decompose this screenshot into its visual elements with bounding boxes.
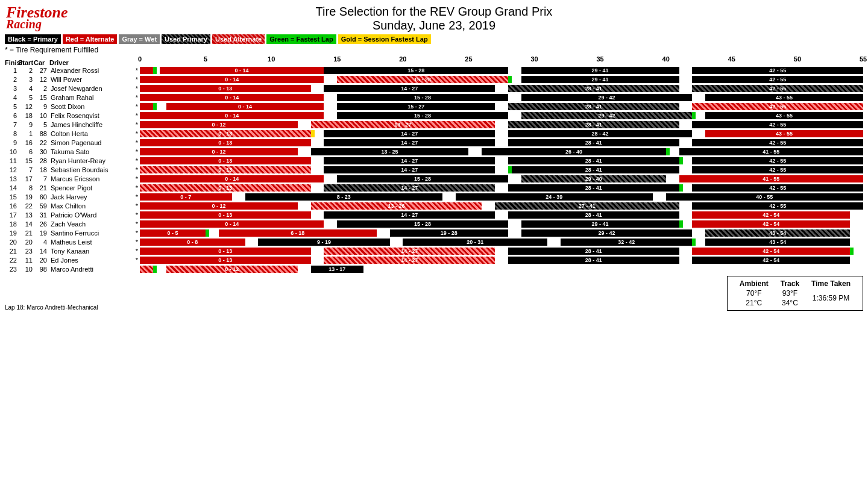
bars-area: 0 - 1314 - 2728 - 4142 - 55	[140, 85, 863, 92]
lap-note: Lap 18: Marco Andretti-Mechanical	[5, 304, 98, 311]
col-finish: 9	[5, 139, 18, 146]
bar-segment: 28 - 41	[508, 184, 679, 192]
col-driver: Tony Kanaan	[49, 248, 134, 255]
col-ast: *	[134, 248, 140, 255]
table-row: 181426Zach Veach*0 - 1415 - 2829 - 4142 …	[5, 220, 863, 228]
bars-area: 0 - 78 - 2324 - 3940 - 55	[140, 193, 863, 201]
bar-segment: 15 - 27	[337, 103, 495, 110]
bar-segment: 0 - 12	[140, 202, 298, 210]
bar-segment: 20 - 31	[403, 238, 547, 246]
col-driver: Takuma Sato	[49, 148, 134, 155]
bars-area: 0 - 1314 - 2728 - 4142 - 55	[140, 184, 863, 192]
bar-segment: 0 - 14	[140, 94, 324, 101]
col-finish: 21	[5, 248, 18, 255]
bar-segment: 42 - 55	[692, 166, 863, 173]
col-finish: 20	[5, 238, 18, 246]
bar-segment: 29 - 41	[521, 220, 679, 228]
col-ast: *	[134, 121, 140, 128]
col-ast: *	[134, 94, 140, 101]
bars-area: 0 - 1314 - 2728 - 4142 - 54	[140, 248, 863, 255]
bar-segment: 42 - 54	[692, 220, 850, 228]
bar-segment: 15 - 28	[337, 220, 508, 228]
col-finish: 15	[5, 193, 18, 201]
col-start: 15	[18, 157, 34, 164]
col-car: 12	[34, 76, 49, 83]
bar-segment: 14 - 27	[324, 85, 495, 92]
table-row: 1227Alexander Rossi*0 - 1415 - 2829 - 41…	[5, 66, 863, 75]
tick-35: 35	[597, 55, 604, 63]
bars-area: 0 - 1213 - 17	[140, 266, 863, 273]
col-finish: 11	[5, 157, 18, 164]
col-car: 59	[34, 202, 49, 210]
bar-segment: 43 - 55	[705, 130, 863, 137]
table-row: 2312Will Power*0 - 1415 - 2829 - 4142 - …	[5, 75, 863, 84]
col-finish: 2	[5, 76, 18, 83]
bar-segment: 29 - 41	[521, 67, 679, 74]
page-title: Tire Selection for the REV Group Grand P…	[0, 0, 868, 33]
bar-segment: 0 - 7	[140, 193, 232, 201]
bar-segment: 15 - 28	[337, 94, 508, 101]
bar-segment: 15 - 28	[337, 76, 508, 83]
bar-segment: 28 - 41	[508, 103, 679, 110]
bar-segment	[311, 130, 315, 137]
col-finish: 6	[5, 112, 18, 119]
col-start: 2	[18, 67, 34, 74]
bar-segment: 41 - 55	[679, 175, 863, 182]
bar-segment: 0 - 14	[140, 112, 324, 119]
timeline-ticks: 0510152025303540455055	[140, 55, 863, 66]
table-row: 231098Marco Andretti0 - 1213 - 17	[5, 265, 863, 273]
col-car: 30	[34, 148, 49, 155]
col-driver: James Hinchcliffe	[49, 121, 134, 128]
bar-segment: 0 - 13	[140, 139, 311, 146]
bar-segment	[153, 103, 157, 110]
bars-area: 0 - 1415 - 2829 - 4243 - 55	[140, 94, 863, 101]
bar-segment: 0 - 5	[140, 229, 206, 237]
bar-segment: 14 - 27	[324, 157, 495, 164]
bar-segment: 0 - 14	[140, 76, 324, 83]
bar-segment	[508, 166, 512, 173]
bar-segment: 28 - 41	[508, 139, 679, 146]
driver-rows: 1227Alexander Rossi*0 - 1415 - 2829 - 41…	[5, 66, 863, 273]
bar-segment: 28 - 41	[508, 166, 679, 173]
bar-segment: 42 - 55	[692, 202, 863, 210]
bar-segment	[692, 112, 696, 119]
bars-area: 0 - 1213 - 2728 - 4142 - 55	[140, 121, 863, 128]
tick-30: 30	[530, 55, 538, 63]
col-finish: 7	[5, 121, 18, 128]
col-start: 6	[18, 148, 34, 155]
bar-segment: 24 - 39	[456, 193, 653, 201]
col-ast: *	[134, 238, 140, 246]
legend-red: Red = Alternate	[63, 34, 118, 44]
bar-segment	[850, 248, 854, 255]
bars-area: 0 - 1415 - 2829 - 4142 - 55	[140, 67, 863, 74]
bar-segment	[679, 157, 683, 164]
bar-segment: 42 - 55	[692, 67, 863, 74]
col-car: 2	[34, 85, 49, 92]
table-row: 151960Jack Harvey*0 - 78 - 2324 - 3940 -…	[5, 193, 863, 201]
bar-segment: 40 - 55	[666, 193, 863, 201]
weather-box: Ambient Track Time Taken 70°F 93°F 1:36:…	[727, 276, 863, 311]
col-start: 11	[18, 257, 34, 264]
bar-segment: 9 - 19	[258, 238, 389, 246]
bar-segment: 15 - 28	[324, 67, 508, 74]
bar-segment: 29 - 41	[521, 76, 679, 83]
col-car: 9	[34, 103, 49, 110]
bars-area: 0 - 1314 - 2728 - 4142 - 55	[140, 166, 863, 173]
col-car: 18	[34, 166, 49, 173]
col-driver: Ed Jones	[49, 257, 134, 264]
col-driver: Sebastien Bourdais	[49, 166, 134, 173]
bar-segment	[692, 238, 696, 246]
table-row: 162259Max Chilton*0 - 1213 - 2627 - 4142…	[5, 202, 863, 210]
bar-segment: 26 - 40	[482, 148, 665, 155]
bar-segment: 43 - 55	[705, 94, 863, 101]
col-driver: Josef Newgarden	[49, 85, 134, 92]
table-row: 5129Scott Dixon*0 - 1415 - 2728 - 4142 -…	[5, 102, 863, 111]
col-ast: *	[134, 85, 140, 92]
col-ast: *	[134, 257, 140, 264]
col-driver: Graham Rahal	[49, 94, 134, 101]
bar-segment: 0 - 12	[140, 121, 298, 128]
bar-segment: 14 - 27	[324, 211, 495, 219]
bars-area: 0 - 56 - 1819 - 2829 - 4243 - 54	[140, 229, 863, 237]
col-driver: Zach Veach	[49, 220, 134, 228]
legend: Black = Primary Red = Alternate Gray = W…	[0, 33, 868, 46]
